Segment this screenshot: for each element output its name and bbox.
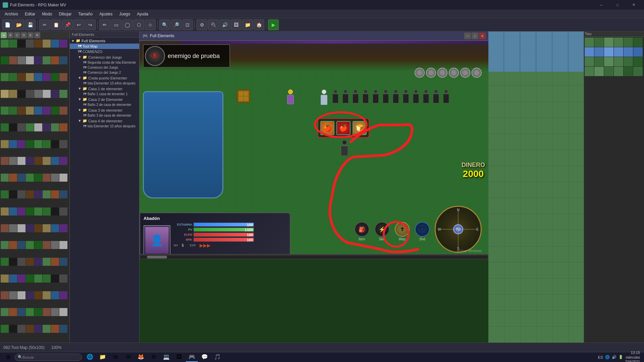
- tree-item-casa4[interactable]: ▼ 📁 Casa 4 de elementer: [70, 118, 139, 124]
- tile-cell[interactable]: [9, 40, 17, 48]
- menu-ayuda[interactable]: Ayuda: [133, 11, 152, 17]
- search-box[interactable]: 🔍 Buscar: [15, 354, 82, 361]
- tile-cell[interactable]: [43, 258, 51, 266]
- save-button[interactable]: 💾: [25, 19, 36, 30]
- tree-item-costa-puerto[interactable]: ▼ 📁 Costa puerto Elementer: [70, 75, 139, 81]
- redo-button[interactable]: ↪: [85, 19, 96, 30]
- rtile[interactable]: [594, 47, 604, 57]
- folder-btn[interactable]: 📁: [242, 19, 253, 30]
- tile-cell[interactable]: [34, 90, 42, 98]
- tile-cell[interactable]: [17, 325, 25, 333]
- tree-item-bano1[interactable]: 🗺 Baño 1 casa de lementer 1: [70, 92, 139, 97]
- tile-cell[interactable]: [59, 40, 67, 48]
- tree-item-bano2[interactable]: 🗺 Baño 2 de casa de elementer: [70, 102, 139, 107]
- rtile[interactable]: [624, 38, 633, 47]
- tile-cell[interactable]: [43, 90, 51, 98]
- tile-cell[interactable]: [26, 190, 34, 198]
- tree-item-comienzo-juego[interactable]: ▼ 📁 Comienzo del Juego: [70, 54, 139, 60]
- taskbar-app-firefox[interactable]: 🦊: [135, 353, 147, 362]
- tile-cell[interactable]: [51, 241, 59, 249]
- tile-cell[interactable]: [34, 241, 42, 249]
- tile-cell[interactable]: [17, 275, 25, 283]
- tile-cell[interactable]: [59, 325, 67, 333]
- tile-tab-c[interactable]: C: [14, 32, 20, 38]
- tile-cell[interactable]: [34, 157, 42, 165]
- tile-cell[interactable]: [26, 325, 34, 333]
- taskbar-app-spotify[interactable]: 🎵: [211, 353, 223, 362]
- tile-cell[interactable]: [1, 56, 9, 64]
- tile-cell[interactable]: [51, 157, 59, 165]
- tree-item-segunda-costa[interactable]: 🗺 Segunda costa de Isla Elemente: [70, 60, 139, 65]
- tile-cell[interactable]: [34, 275, 42, 283]
- tile-cell[interactable]: [43, 107, 51, 115]
- rtile[interactable]: [614, 47, 623, 57]
- rtile[interactable]: [624, 67, 633, 76]
- tree-item-comienzo[interactable]: 🗺 COMIENZO: [70, 49, 139, 54]
- tile-cell[interactable]: [34, 224, 42, 232]
- zoom-out-button[interactable]: 🔎: [171, 19, 181, 30]
- tile-cell[interactable]: [34, 174, 42, 182]
- tile-cell[interactable]: [43, 40, 51, 48]
- menu-modo[interactable]: Modo: [39, 11, 55, 17]
- tile-cell[interactable]: [43, 174, 51, 182]
- tile-cell[interactable]: [17, 190, 25, 198]
- tile-cell[interactable]: [26, 73, 34, 81]
- tile-cell[interactable]: [43, 190, 51, 198]
- tile-cell[interactable]: [43, 241, 51, 249]
- audio-button[interactable]: 🔊: [219, 19, 230, 30]
- tree-item-comienzo-juego-3[interactable]: 🗺 Comienzo del Juego 2: [70, 70, 139, 75]
- tile-cell[interactable]: [9, 73, 17, 81]
- tile-cell[interactable]: [26, 157, 34, 165]
- tile-cell[interactable]: [51, 73, 59, 81]
- tile-cell[interactable]: [1, 207, 9, 216]
- tile-cell[interactable]: [43, 123, 51, 131]
- tile-cell[interactable]: [51, 325, 59, 333]
- tile-cell[interactable]: [51, 40, 59, 48]
- select-button[interactable]: ⊹: [145, 19, 156, 30]
- tree-item-casa2[interactable]: ▼ 📁 Casa 2 de Elementer: [70, 97, 139, 102]
- tile-cell[interactable]: [51, 56, 59, 64]
- tile-cell[interactable]: [59, 107, 67, 115]
- taskbar-app-discord[interactable]: 💬: [199, 353, 211, 362]
- tile-cell[interactable]: [17, 207, 25, 216]
- tile-cell[interactable]: [51, 190, 59, 198]
- tile-cell[interactable]: [51, 275, 59, 283]
- tile-cell[interactable]: [26, 207, 34, 216]
- wep-action-button[interactable]: 🗡 Wep: [393, 222, 411, 241]
- rtile[interactable]: [585, 57, 594, 66]
- tile-cell[interactable]: [59, 190, 67, 198]
- tile-cell[interactable]: [26, 107, 34, 115]
- tile-cell[interactable]: [26, 291, 34, 299]
- tile-cell[interactable]: [59, 174, 67, 182]
- tile-cell[interactable]: [26, 224, 34, 232]
- rtile[interactable]: [604, 47, 613, 57]
- menu-tamano[interactable]: Tamaño: [75, 11, 96, 17]
- rtile[interactable]: [624, 47, 633, 57]
- game-canvas[interactable]: 👁 enemigo de prueba: [140, 41, 488, 259]
- maximize-button[interactable]: □: [610, 0, 625, 10]
- taskbar-app-photos[interactable]: 🖼: [173, 353, 185, 362]
- tile-cell[interactable]: [59, 291, 67, 299]
- tile-cell[interactable]: [34, 40, 42, 48]
- gw-close-button[interactable]: ✕: [479, 33, 486, 39]
- gw-maximize-button[interactable]: □: [472, 33, 478, 39]
- settings-button[interactable]: ⚙: [197, 19, 207, 30]
- tile-cell[interactable]: [17, 241, 25, 249]
- tile-cell[interactable]: [26, 174, 34, 182]
- tile-cell[interactable]: [26, 90, 34, 98]
- item-action-icon[interactable]: 🎒: [355, 222, 369, 237]
- rtile[interactable]: [594, 38, 604, 47]
- tile-cell[interactable]: [1, 224, 9, 232]
- zoom-in-button[interactable]: 🔍: [159, 19, 170, 30]
- horizontal-scrollbar[interactable]: [140, 254, 488, 259]
- tile-tab-b[interactable]: B: [7, 32, 13, 38]
- rect-button[interactable]: ▭: [111, 19, 121, 30]
- tile-cell[interactable]: [51, 140, 59, 148]
- open-button[interactable]: 📂: [13, 19, 24, 30]
- rtile[interactable]: [614, 57, 623, 66]
- shd-action-button[interactable]: 🛡 Shd: [413, 222, 431, 241]
- skill-action-icon[interactable]: ⚡: [375, 222, 389, 237]
- tile-cell[interactable]: [1, 157, 9, 165]
- rtile[interactable]: [633, 57, 643, 66]
- image-button[interactable]: 🖼: [231, 19, 241, 30]
